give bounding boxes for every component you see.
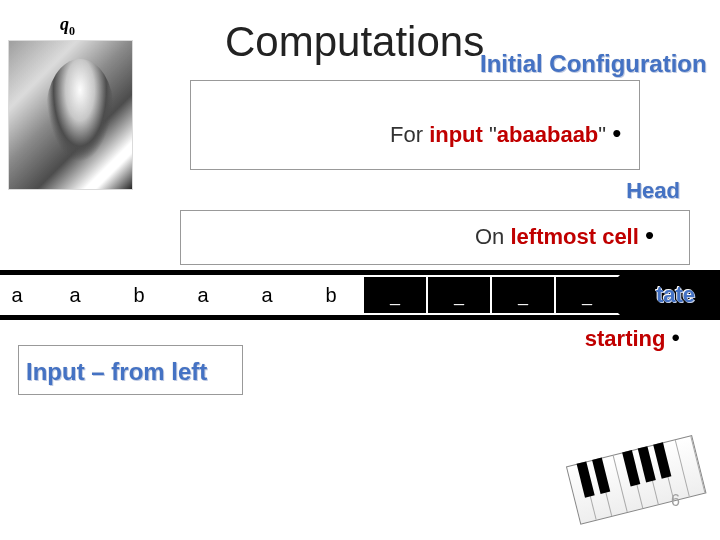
- tape-cell: a: [170, 275, 236, 315]
- cell-val: a: [11, 284, 22, 307]
- line-leftmost: On leftmost cell •: [475, 220, 654, 251]
- quote-open: ": [483, 122, 497, 147]
- q-subscript: 0: [69, 24, 75, 38]
- head-label: Head: [626, 178, 680, 204]
- state-label: tate: [656, 282, 695, 308]
- page-number: 6: [671, 492, 680, 510]
- cell-val: a: [197, 284, 208, 307]
- line-for-input: For input "abaabaab" •: [390, 118, 621, 149]
- tape: a a b a a b _ _ _ _: [0, 275, 618, 315]
- slide-title: Computations: [225, 18, 484, 66]
- state-q0-label: q0: [60, 14, 75, 39]
- tape-cell: a: [42, 275, 108, 315]
- tape-cell: a: [234, 275, 300, 315]
- kw-word: abaabaab: [497, 122, 599, 147]
- starting-line: starting •: [585, 324, 680, 352]
- cell-val: _: [390, 284, 400, 307]
- kw-starting: starting: [585, 326, 666, 351]
- kw-leftmost: leftmost cell: [510, 224, 638, 249]
- input-from-left: Input – from left: [22, 358, 211, 386]
- cell-val: _: [454, 284, 464, 307]
- cell-val: b: [325, 284, 336, 307]
- tape-cell: b: [106, 275, 172, 315]
- tape-cell-blank: _: [362, 275, 428, 315]
- bullet-2: •: [645, 220, 654, 250]
- quote-close: ": [598, 122, 612, 147]
- txt-on: On: [475, 224, 510, 249]
- bullet-1: •: [612, 118, 621, 148]
- cell-val: _: [582, 284, 592, 307]
- slide-subtitle: Initial Configuration: [480, 50, 707, 78]
- tape-cell: a: [0, 275, 44, 315]
- tape-cell-blank: _: [490, 275, 556, 315]
- cell-val: a: [69, 284, 80, 307]
- txt-for: For: [390, 122, 429, 147]
- cell-val: b: [133, 284, 144, 307]
- tape-cell-blank: _: [426, 275, 492, 315]
- piano-icon: [561, 416, 709, 535]
- bullet-3: •: [672, 324, 680, 351]
- kw-input: input: [429, 122, 483, 147]
- cell-val: _: [518, 284, 528, 307]
- tape-cell: b: [298, 275, 364, 315]
- portrait-image: [8, 40, 133, 190]
- tape-cell-blank: _: [554, 275, 620, 315]
- q-symbol: q: [60, 14, 69, 34]
- cell-val: a: [261, 284, 272, 307]
